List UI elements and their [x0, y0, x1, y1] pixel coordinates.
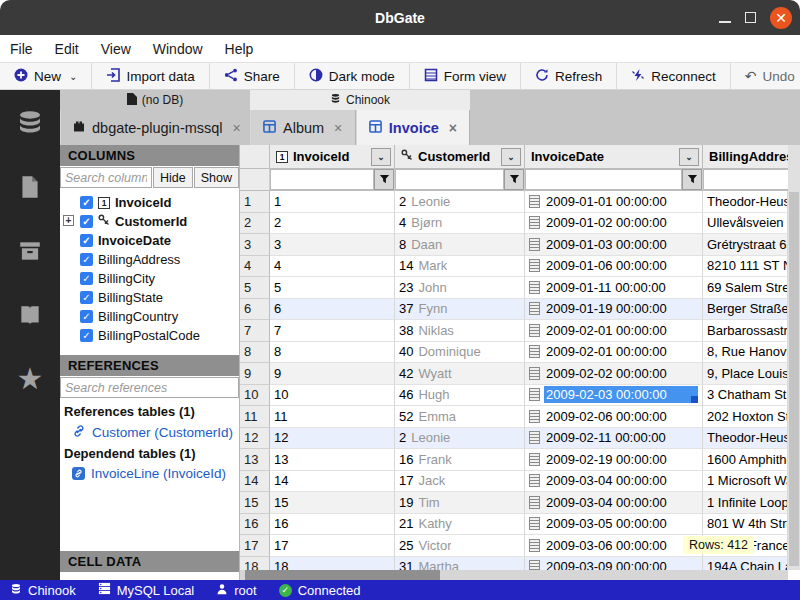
invoiceid-cell[interactable]: 8 — [270, 342, 395, 364]
invoicedate-cell[interactable]: 2009-03-05 00:00:00 — [525, 514, 703, 536]
cell-detail-icon[interactable] — [529, 474, 540, 487]
row-number-cell[interactable]: 5 — [240, 277, 270, 299]
invoicedate-cell[interactable]: 2009-02-11 00:00:00 — [525, 428, 703, 450]
filter-input-customerid[interactable] — [395, 169, 504, 190]
customerid-cell[interactable]: 42Wyatt — [395, 363, 525, 385]
column-item-invoicedate[interactable]: ✓ InvoiceDate — [60, 231, 239, 250]
invoiceid-cell[interactable]: 11 — [270, 406, 395, 428]
invoicedate-cell[interactable]: 2009-01-11 00:00:00 — [525, 277, 703, 299]
tab-album[interactable]: Album × — [250, 110, 356, 145]
invoiceid-cell[interactable]: 3 — [270, 234, 395, 256]
maximize-button[interactable] — [745, 12, 756, 23]
billingaddress-cell[interactable]: 1600 Amphitheatre Parkway — [703, 449, 788, 471]
cell-detail-icon[interactable] — [529, 259, 540, 272]
row-number-cell[interactable]: 12 — [240, 428, 270, 450]
row-number-cell[interactable]: 6 — [240, 299, 270, 321]
hide-button[interactable]: Hide — [153, 167, 193, 188]
invoiceid-cell[interactable]: 6 — [270, 299, 395, 321]
invoiceid-cell[interactable]: 16 — [270, 514, 395, 536]
customerid-cell[interactable]: 52Emma — [395, 406, 525, 428]
billingaddress-cell[interactable]: 3 Chatham Street — [703, 385, 788, 407]
customerid-cell[interactable]: 38Niklas — [395, 320, 525, 342]
row-number-cell[interactable]: 14 — [240, 471, 270, 493]
cell-detail-icon[interactable] — [529, 281, 540, 294]
column-item-invoiceid[interactable]: ✓ 1 InvoiceId — [60, 193, 239, 212]
cell-detail-icon[interactable] — [529, 539, 540, 552]
filter-funnel-icon[interactable] — [504, 169, 524, 190]
vertical-scrollbar-thumb[interactable] — [789, 192, 799, 566]
invoicedate-cell[interactable]: 2009-01-06 00:00:00 — [525, 256, 703, 278]
invoiceid-cell[interactable]: 12 — [270, 428, 395, 450]
row-number-cell[interactable]: 9 — [240, 363, 270, 385]
cell-detail-icon[interactable] — [529, 496, 540, 509]
customerid-cell[interactable]: 17Jack — [395, 471, 525, 493]
cell-detail-icon[interactable] — [529, 453, 540, 466]
invoicedate-cell[interactable]: 2009-03-04 00:00:00 — [525, 471, 703, 493]
checkbox-checked-icon[interactable]: ✓ — [80, 310, 93, 323]
expand-icon[interactable]: + — [63, 215, 74, 226]
cell-detail-icon[interactable] — [529, 367, 540, 380]
billingaddress-cell[interactable]: 1 Infinite Loop — [703, 492, 788, 514]
billingaddress-cell[interactable]: 9, Place Louis Barthou — [703, 363, 788, 385]
filter-input-invoicedate[interactable] — [525, 169, 682, 190]
cell-detail-icon[interactable] — [529, 324, 540, 337]
column-item-billingpostalcode[interactable]: ✓ BillingPostalCode — [60, 326, 239, 345]
customerid-cell[interactable]: 37Fynn — [395, 299, 525, 321]
undo-button[interactable]: ↶ Undo — [731, 63, 800, 89]
billingaddress-cell[interactable]: Grétrystraat 63 — [703, 234, 788, 256]
new-button[interactable]: New ⌄ — [0, 63, 92, 89]
customerid-cell[interactable]: 19Tim — [395, 492, 525, 514]
customerid-cell[interactable]: 25Victor — [395, 535, 525, 557]
customerid-cell[interactable]: 40Dominique — [395, 342, 525, 364]
invoicedate-cell[interactable]: 2009-02-01 00:00:00 — [525, 342, 703, 364]
column-item-billingaddress[interactable]: ✓ BillingAddress — [60, 250, 239, 269]
row-number-cell[interactable]: 3 — [240, 234, 270, 256]
invoiceid-cell[interactable]: 4 — [270, 256, 395, 278]
archive-icon[interactable] — [15, 236, 45, 266]
show-button[interactable]: Show — [194, 167, 239, 188]
reconnect-button[interactable]: Reconnect — [617, 63, 731, 89]
share-button[interactable]: Share — [210, 63, 295, 89]
cell-detail-icon[interactable] — [529, 195, 540, 208]
billingaddress-cell[interactable]: Ullevålsveien 14 — [703, 213, 788, 235]
horizontal-scrollbar-thumb[interactable] — [245, 570, 440, 580]
row-number-cell[interactable]: 13 — [240, 449, 270, 471]
invoicedate-cell[interactable]: 2009-02-19 00:00:00 — [525, 449, 703, 471]
search-references-input[interactable] — [60, 377, 239, 398]
row-number-cell[interactable]: 4 — [240, 256, 270, 278]
dark-mode-button[interactable]: Dark mode — [295, 63, 410, 89]
checkbox-checked-icon[interactable]: ✓ — [80, 253, 93, 266]
billingaddress-cell[interactable]: Theodor-Heuss-Straße 34 — [703, 428, 788, 450]
cell-detail-icon[interactable] — [529, 238, 540, 251]
column-item-billingcity[interactable]: ✓ BillingCity — [60, 269, 239, 288]
minimize-button[interactable] — [719, 21, 731, 23]
cell-detail-icon[interactable] — [529, 345, 540, 358]
billingaddress-cell[interactable]: Theodor-Heuss-Straße 34 — [703, 191, 788, 213]
refresh-button[interactable]: Refresh — [521, 63, 617, 89]
billingaddress-cell[interactable]: 202 Hoxton Street — [703, 406, 788, 428]
row-number-cell[interactable]: 10 — [240, 385, 270, 407]
close-tab-icon[interactable]: × — [233, 120, 241, 136]
column-header-invoicedate[interactable]: InvoiceDate ⌄ — [525, 145, 703, 169]
checkbox-checked-icon[interactable]: ✓ — [80, 196, 93, 209]
menu-view[interactable]: View — [101, 41, 131, 57]
billingaddress-cell[interactable]: 69 Salem Street — [703, 277, 788, 299]
invoicedate-cell[interactable]: 2009-03-06 00:00:00 — [525, 535, 703, 557]
tab-invoice[interactable]: Invoice × — [356, 110, 470, 145]
row-number-cell[interactable]: 1 — [240, 191, 270, 213]
invoicedate-cell[interactable]: 2009-02-03 00:00:00 — [525, 385, 703, 407]
invoicedate-cell[interactable]: 2009-02-01 00:00:00 — [525, 320, 703, 342]
invoicedate-cell[interactable]: 2009-02-02 00:00:00 — [525, 363, 703, 385]
column-menu-icon[interactable]: ⌄ — [371, 148, 391, 166]
invoiceid-cell[interactable]: 2 — [270, 213, 395, 235]
selection-handle[interactable] — [691, 396, 698, 403]
invoicedate-cell[interactable]: 2009-01-19 00:00:00 — [525, 299, 703, 321]
column-header-billingaddress[interactable]: BillingAddress — [703, 145, 800, 169]
customerid-cell[interactable]: 23John — [395, 277, 525, 299]
import-data-button[interactable]: Import data — [92, 63, 209, 89]
customerid-cell[interactable]: 2Leonie — [395, 191, 525, 213]
book-icon[interactable] — [15, 300, 45, 330]
invoicedate-cell[interactable]: 2009-02-06 00:00:00 — [525, 406, 703, 428]
status-user[interactable]: root — [216, 583, 256, 598]
menu-help[interactable]: Help — [225, 41, 254, 57]
